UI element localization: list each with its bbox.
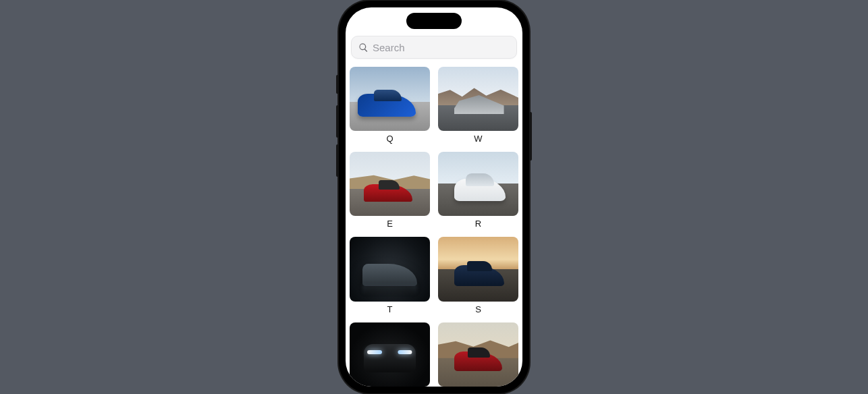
grid-item-thumbnail: [438, 237, 518, 301]
grid-item-w[interactable]: W: [438, 67, 518, 144]
grid-item-label: W: [474, 134, 482, 144]
item-grid: Q W E R: [346, 63, 522, 387]
grid-item-thumbnail: [350, 67, 430, 131]
grid-item-label: Q: [386, 134, 393, 144]
search-container: [346, 33, 522, 63]
phone-screen: Q W E R: [346, 7, 522, 387]
grid-item-t[interactable]: T: [350, 237, 430, 314]
phone-side-button: [336, 75, 339, 94]
grid-item-label: S: [475, 304, 481, 314]
grid-item-a[interactable]: A: [350, 322, 430, 387]
search-bar[interactable]: [351, 36, 517, 59]
grid-item-thumbnail: [438, 322, 518, 387]
grid-item-thumbnail: [438, 152, 518, 216]
phone-volume-down-button: [336, 144, 339, 177]
app-content: Q W E R: [346, 7, 522, 387]
grid-item-thumbnail: [350, 322, 430, 387]
dynamic-island: [406, 13, 462, 29]
phone-volume-up-button: [336, 105, 339, 138]
search-input[interactable]: [373, 42, 510, 53]
phone-power-button: [529, 112, 532, 161]
grid-item-z[interactable]: Z: [438, 322, 518, 387]
grid-item-thumbnail: [350, 152, 430, 216]
search-icon: [358, 43, 369, 53]
phone-frame: Q W E R: [339, 1, 529, 393]
grid-item-thumbnail: [350, 237, 430, 301]
grid-item-label: R: [475, 219, 481, 229]
grid-item-r[interactable]: R: [438, 152, 518, 229]
grid-item-s[interactable]: S: [438, 237, 518, 314]
grid-item-thumbnail: [438, 67, 518, 131]
grid-item-label: E: [387, 219, 393, 229]
grid-item-e[interactable]: E: [350, 152, 430, 229]
grid-item-q[interactable]: Q: [350, 67, 430, 144]
grid-item-label: T: [387, 304, 393, 314]
